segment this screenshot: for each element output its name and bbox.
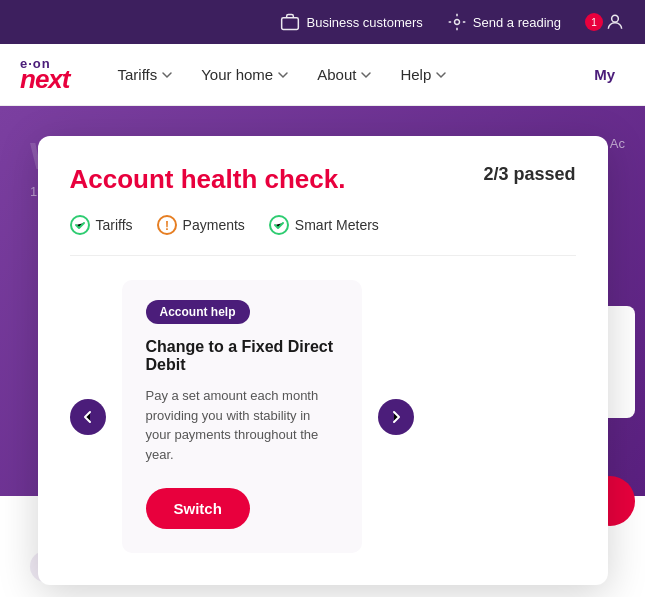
svg-text:!: ! bbox=[165, 219, 169, 233]
chevron-down-icon bbox=[360, 69, 372, 81]
svg-point-2 bbox=[612, 15, 619, 22]
status-smart-meters: Smart Meters bbox=[269, 215, 379, 235]
health-check-modal: Account health check. 2/3 passed Tariffs… bbox=[38, 136, 608, 585]
smart-meters-label: Smart Meters bbox=[295, 217, 379, 233]
business-customers-link[interactable]: Business customers bbox=[280, 12, 422, 32]
svg-point-1 bbox=[454, 20, 459, 25]
check-icon bbox=[70, 215, 90, 235]
status-tariffs: Tariffs bbox=[70, 215, 133, 235]
check-icon bbox=[269, 215, 289, 235]
nav-tariffs[interactable]: Tariffs bbox=[107, 58, 183, 91]
logo[interactable]: e·on next bbox=[20, 57, 69, 92]
account-icon-group[interactable]: 1 bbox=[585, 12, 625, 32]
top-bar: Business customers Send a reading 1 bbox=[0, 0, 645, 44]
send-reading-link[interactable]: Send a reading bbox=[447, 12, 561, 32]
switch-button[interactable]: Switch bbox=[146, 488, 250, 529]
payments-label: Payments bbox=[183, 217, 245, 233]
chevron-down-icon bbox=[277, 69, 289, 81]
card-description: Pay a set amount each month providing yo… bbox=[146, 386, 338, 464]
logo-next: next bbox=[20, 66, 69, 92]
account-help-card: Account help Change to a Fixed Direct De… bbox=[122, 280, 362, 553]
card-title: Change to a Fixed Direct Debit bbox=[146, 338, 338, 374]
nav-bar: e·on next Tariffs Your home About Help M… bbox=[0, 44, 645, 106]
svg-rect-0 bbox=[282, 18, 299, 30]
chevron-down-icon bbox=[435, 69, 447, 81]
card-tag: Account help bbox=[146, 300, 250, 324]
health-check-title: Account health check. bbox=[70, 164, 346, 195]
chevron-left-icon bbox=[81, 410, 95, 424]
status-payments: ! Payments bbox=[157, 215, 245, 235]
modal-overlay: Account health check. 2/3 passed Tariffs… bbox=[0, 106, 645, 597]
scroll-left-button[interactable] bbox=[70, 399, 106, 435]
nav-your-home[interactable]: Your home bbox=[191, 58, 299, 91]
tariffs-label: Tariffs bbox=[96, 217, 133, 233]
chevron-right-icon bbox=[389, 410, 403, 424]
status-row: Tariffs ! Payments Smart Meters bbox=[70, 215, 576, 256]
business-customers-label: Business customers bbox=[306, 15, 422, 30]
nav-about[interactable]: About bbox=[307, 58, 382, 91]
health-score: 2/3 passed bbox=[483, 164, 575, 185]
scroll-right-button[interactable] bbox=[378, 399, 414, 435]
chevron-down-icon bbox=[161, 69, 173, 81]
warning-icon: ! bbox=[157, 215, 177, 235]
send-reading-label: Send a reading bbox=[473, 15, 561, 30]
card-row: Account help Change to a Fixed Direct De… bbox=[70, 280, 576, 553]
nav-help[interactable]: Help bbox=[390, 58, 457, 91]
nav-my[interactable]: My bbox=[584, 58, 625, 91]
notification-badge: 1 bbox=[585, 13, 603, 31]
health-header: Account health check. 2/3 passed bbox=[70, 164, 576, 195]
